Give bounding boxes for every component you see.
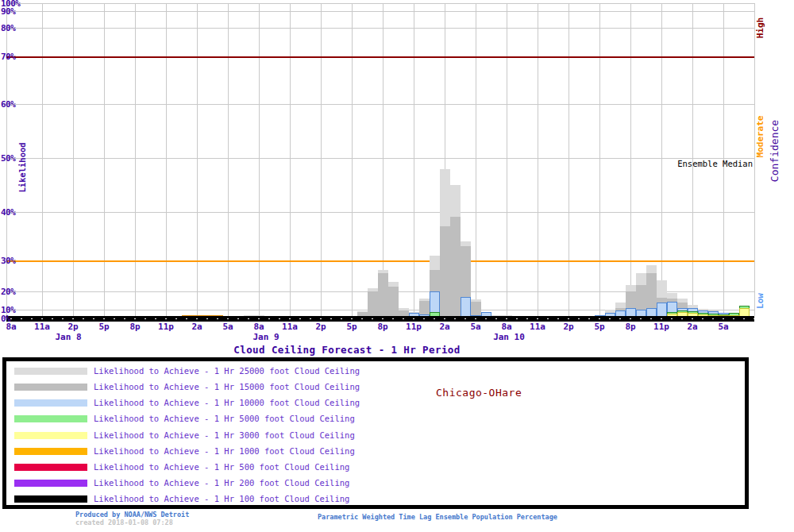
x-tick-label: 5a	[222, 322, 233, 332]
x-date-label: Jan 8	[55, 332, 81, 342]
legend-box: Likelihood to Achieve - 1 Hr 25000 foot …	[2, 357, 749, 509]
legend-label: Likelihood to Achieve - 1 Hr 5000 foot C…	[94, 414, 355, 423]
gridline-vertical	[352, 3, 353, 316]
footer-created-timestamp: created 2018-01-08 07:28	[75, 519, 173, 526]
legend-label: Likelihood to Achieve - 1 Hr 100 foot Cl…	[94, 494, 349, 503]
gridline-vertical	[414, 3, 414, 316]
x-tick-label: 11a	[34, 322, 50, 332]
footer-produced-by: Produced by NOAA/NWS Detroit	[75, 511, 189, 519]
legend-label: Likelihood to Achieve - 1 Hr 15000 foot …	[94, 382, 360, 391]
y-tick-label: 10%	[1, 305, 15, 315]
chart-title: Cloud Ceiling Forecast - 1 Hr Period	[233, 344, 460, 356]
station-label: Chicago-OHare	[436, 387, 522, 399]
x-tick-label: 2p	[315, 322, 326, 332]
x-tick-label: 11p	[406, 322, 422, 332]
y-tick-label: 70%	[1, 52, 15, 62]
gridline-horizontal	[6, 28, 754, 29]
x-tick-label: 8p	[129, 322, 140, 332]
legend-label: Likelihood to Achieve - 1 Hr 25000 foot …	[94, 366, 360, 376]
y-tick-label: 60%	[1, 99, 15, 110]
gridline-vertical	[42, 3, 43, 316]
gridline-vertical	[538, 3, 538, 316]
ensemble-median-label: Ensemble Median	[677, 159, 753, 168]
confidence-zone-label-moderate: Moderate	[755, 116, 765, 158]
x-tick-label: 5a	[718, 322, 728, 332]
x-tick-label: 8a	[6, 322, 16, 332]
legend-label: Likelihood to Achieve - 1 Hr 10000 foot …	[94, 398, 360, 407]
x-tick-label: 2p	[67, 322, 78, 332]
x-tick-label: 8p	[377, 322, 387, 332]
y-tick-label: 40%	[1, 207, 15, 218]
gridline-horizontal	[6, 3, 754, 4]
y-axis-title: Likelihood	[17, 142, 27, 192]
forecast-page: 0%10%20%30%40%50%60%70%80%90%100%8a11a2p…	[0, 0, 794, 532]
x-tick-label: 2a	[687, 322, 697, 332]
reference-line-30	[6, 260, 754, 262]
x-tick-label: 2a	[439, 322, 449, 332]
x-date-label: Jan 10	[493, 332, 525, 342]
footer-method-note: Parametric Weighted Time Lag Ensemble Po…	[318, 513, 557, 521]
bar-segment-h15000	[378, 273, 388, 318]
bar-segment-h15000	[450, 217, 461, 318]
x-tick-label: 5p	[98, 322, 109, 332]
gridline-horizontal	[6, 104, 754, 105]
gridline-vertical	[228, 3, 229, 316]
x-tick-label: 8a	[501, 322, 511, 332]
gridline-vertical	[259, 3, 260, 316]
gridline-vertical	[166, 3, 167, 316]
right-axis-title: Confidence	[769, 120, 781, 182]
x-tick-label: 8p	[625, 322, 635, 332]
gridline-vertical	[569, 3, 569, 316]
bar-segment-h10000	[461, 297, 471, 318]
gridline-horizontal	[6, 11, 754, 12]
y-tick-label: 30%	[1, 256, 15, 266]
gridline-vertical	[321, 3, 322, 316]
gridline-horizontal	[6, 158, 754, 159]
axis-right-edge	[754, 3, 755, 316]
gridline-vertical	[661, 3, 662, 316]
gridline-vertical	[104, 3, 105, 316]
bar-segment-h15000	[440, 226, 450, 318]
x-tick-label: 8a	[253, 322, 264, 332]
gridline-vertical	[290, 3, 291, 316]
x-tick-label: 2p	[563, 322, 573, 332]
legend-swatch	[14, 384, 87, 391]
gridline-vertical	[197, 3, 198, 316]
gridline-vertical	[135, 3, 136, 316]
legend-swatch	[14, 448, 87, 455]
chart-area: 0%10%20%30%40%50%60%70%80%90%100%8a11a2p…	[0, 0, 794, 357]
legend-swatch	[14, 415, 87, 422]
x-tick-label: 11a	[530, 322, 545, 332]
legend-swatch	[14, 399, 87, 407]
bar-segment-h15000	[368, 291, 378, 318]
gridline-vertical	[630, 3, 631, 316]
hour-tick-marks	[6, 318, 754, 320]
legend-label: Likelihood to Achieve - 1 Hr 500 foot Cl…	[94, 462, 349, 472]
reference-line-70	[6, 56, 754, 58]
x-tick-label: 5p	[594, 322, 604, 332]
legend-swatch	[14, 368, 87, 375]
x-tick-label: 5a	[470, 322, 480, 332]
legend-swatch	[14, 464, 87, 471]
legend-label: Likelihood to Achieve - 1 Hr 1000 foot C…	[94, 446, 355, 456]
x-tick-label: 11p	[653, 322, 669, 332]
y-tick-label: 100%	[1, 0, 21, 9]
x-tick-label: 11a	[282, 322, 298, 332]
x-tick-label: 2a	[191, 322, 202, 332]
legend-swatch	[14, 480, 87, 487]
confidence-zone-label-low: Low	[755, 293, 765, 309]
legend-label: Likelihood to Achieve - 1 Hr 200 foot Cl…	[94, 478, 349, 488]
x-tick-label: 5p	[346, 322, 357, 332]
gridline-vertical	[599, 3, 600, 316]
gridline-vertical	[73, 3, 74, 316]
gridline-horizontal	[6, 212, 754, 213]
x-tick-label: 11p	[158, 322, 174, 332]
legend-swatch	[14, 495, 87, 503]
gridline-vertical	[476, 3, 476, 316]
y-tick-label: 50%	[1, 153, 15, 164]
y-tick-label: 20%	[1, 287, 15, 297]
legend-label: Likelihood to Achieve - 1 Hr 3000 foot C…	[94, 430, 355, 440]
x-date-label: Jan 9	[252, 332, 279, 342]
y-tick-label: 80%	[1, 23, 15, 33]
bar-segment-h15000	[388, 287, 399, 318]
